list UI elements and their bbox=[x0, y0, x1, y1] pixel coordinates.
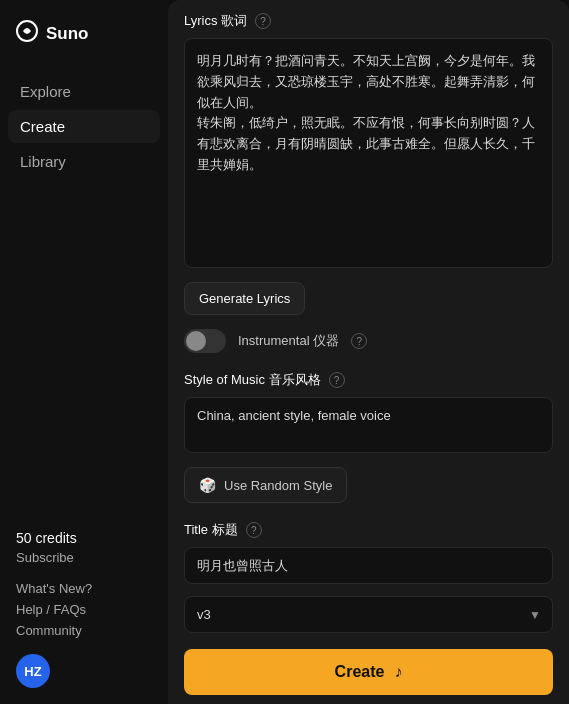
style-label-text: Style of Music 音乐风格 bbox=[184, 371, 321, 389]
nav-items: Explore Create Library bbox=[0, 75, 168, 178]
lyrics-label-text: Lyrics 歌词 bbox=[184, 12, 247, 30]
toggle-knob bbox=[186, 331, 206, 351]
title-section-label: Title 标题 ? bbox=[184, 521, 553, 539]
create-label: Create bbox=[335, 663, 385, 681]
sidebar: Suno Explore Create Library 50 credits S… bbox=[0, 0, 168, 704]
sidebar-item-community[interactable]: Community bbox=[16, 623, 152, 638]
style-section-label: Style of Music 音乐风格 ? bbox=[184, 371, 553, 389]
logo-text: Suno bbox=[46, 24, 89, 44]
credits-display: 50 credits bbox=[16, 530, 152, 546]
suno-logo-icon bbox=[16, 20, 38, 47]
bottom-links: What's New? Help / FAQs Community bbox=[16, 581, 152, 638]
sidebar-item-help-faqs[interactable]: Help / FAQs bbox=[16, 602, 152, 617]
instrumental-toggle[interactable] bbox=[184, 329, 226, 353]
random-style-button[interactable]: 🎲 Use Random Style bbox=[184, 467, 347, 503]
instrumental-label: Instrumental 仪器 bbox=[238, 332, 339, 350]
dice-icon: 🎲 bbox=[199, 477, 216, 493]
main-content: Lyrics 歌词 ? Generate Lyrics Instrumental… bbox=[168, 0, 569, 704]
instrumental-row: Instrumental 仪器 ? bbox=[184, 329, 553, 353]
avatar[interactable]: HZ bbox=[16, 654, 50, 688]
style-help-icon[interactable]: ? bbox=[329, 372, 345, 388]
instrumental-help-icon[interactable]: ? bbox=[351, 333, 367, 349]
version-selector-wrapper: v3 v2 v1 ▼ bbox=[184, 596, 553, 633]
title-help-icon[interactable]: ? bbox=[246, 522, 262, 538]
sidebar-item-whats-new[interactable]: What's New? bbox=[16, 581, 152, 596]
subscribe-button[interactable]: Subscribe bbox=[16, 550, 152, 565]
random-style-label: Use Random Style bbox=[224, 478, 332, 493]
logo-area: Suno bbox=[0, 0, 168, 75]
music-note-icon: ♪ bbox=[394, 663, 402, 681]
version-select[interactable]: v3 v2 v1 bbox=[184, 596, 553, 633]
sidebar-item-explore[interactable]: Explore bbox=[8, 75, 160, 108]
sidebar-item-library[interactable]: Library bbox=[8, 145, 160, 178]
lyrics-help-icon[interactable]: ? bbox=[255, 13, 271, 29]
create-button[interactable]: Create ♪ bbox=[184, 649, 553, 695]
lyrics-section-label: Lyrics 歌词 ? bbox=[184, 12, 553, 30]
title-input[interactable] bbox=[184, 547, 553, 584]
generate-lyrics-button[interactable]: Generate Lyrics bbox=[184, 282, 305, 315]
sidebar-bottom: 50 credits Subscribe What's New? Help / … bbox=[0, 514, 168, 704]
sidebar-item-create[interactable]: Create bbox=[8, 110, 160, 143]
lyrics-input[interactable] bbox=[184, 38, 553, 268]
title-label-text: Title 标题 bbox=[184, 521, 238, 539]
style-input[interactable] bbox=[184, 397, 553, 453]
